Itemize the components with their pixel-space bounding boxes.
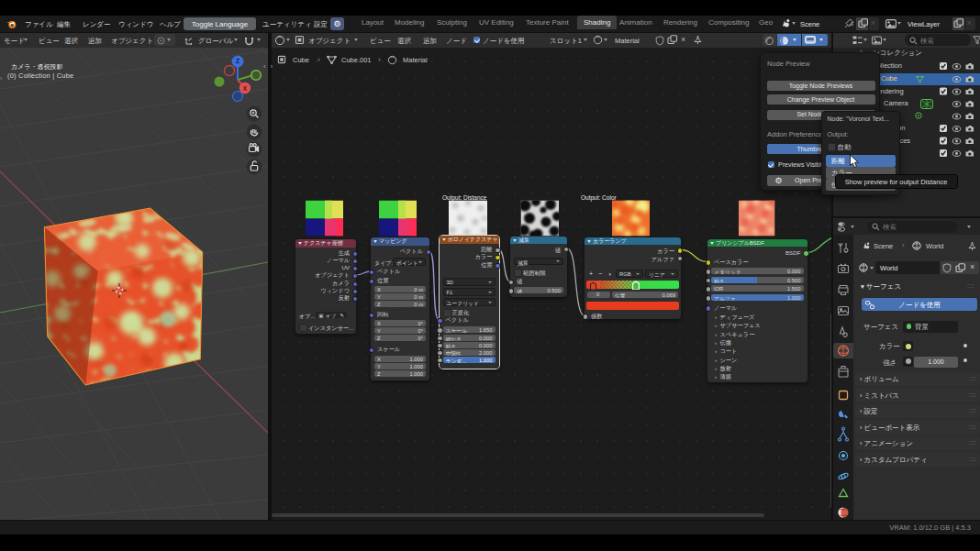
svg-text:Z: Z <box>236 58 239 64</box>
svg-text:X: X <box>243 85 248 92</box>
